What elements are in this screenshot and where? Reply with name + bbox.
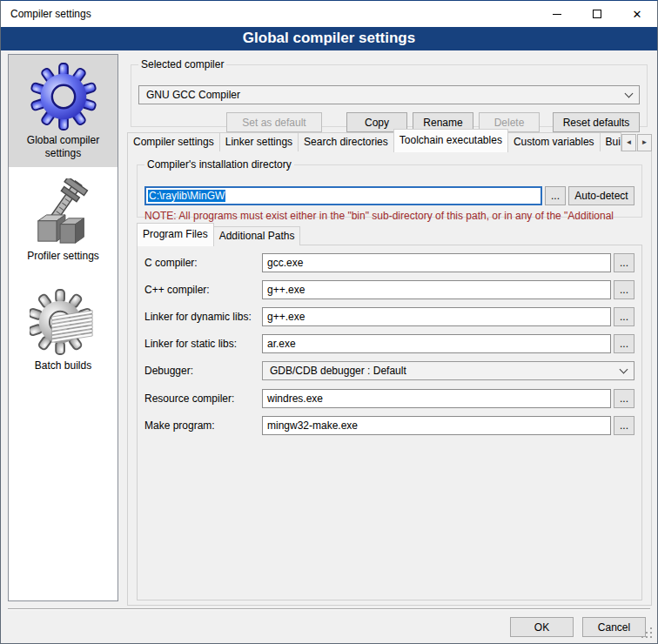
tab-custom-variables[interactable]: Custom variables <box>507 132 601 151</box>
sidebar-item-profiler-settings[interactable]: Profiler settings <box>9 171 118 270</box>
installation-directory-browse-button[interactable]: ... <box>545 186 566 205</box>
ok-button[interactable]: OK <box>510 617 574 637</box>
tab-search-directories[interactable]: Search directories <box>298 132 394 151</box>
c-compiler-label: C compiler: <box>144 257 262 269</box>
field-row: C compiler: gcc.exe ... <box>144 253 634 272</box>
resource-compiler-browse-button[interactable]: ... <box>614 389 634 408</box>
debugger-select[interactable]: GDB/CDB debugger : Default <box>262 361 634 380</box>
program-files-panel: C compiler: gcc.exe ... C++ compiler: g+… <box>137 245 642 600</box>
window-title: Compiler settings <box>1 8 91 20</box>
field-row: Debugger: GDB/CDB debugger : Default <box>144 361 634 380</box>
linker-static-browse-button[interactable]: ... <box>614 334 634 353</box>
window-controls: ✕ <box>537 1 657 27</box>
chevron-down-icon <box>625 89 634 97</box>
linker-static-input[interactable]: ar.exe <box>262 334 611 353</box>
maximize-button[interactable] <box>577 1 617 27</box>
close-icon: ✕ <box>633 9 642 20</box>
debugger-value: GDB/CDB debugger : Default <box>270 365 621 377</box>
sidebar-item-batch-builds[interactable]: Batch builds <box>9 280 118 379</box>
c-compiler-input[interactable]: gcc.exe <box>262 253 611 272</box>
resize-grip[interactable] <box>650 636 652 638</box>
make-program-value: mingw32-make.exe <box>267 419 358 432</box>
linker-dynamic-browse-button[interactable]: ... <box>614 307 634 326</box>
installation-directory-group: Compiler's installation directory C:\ray… <box>137 158 642 218</box>
linker-dynamic-value: g++.exe <box>267 311 305 323</box>
compiler-select-value: GNU GCC Compiler <box>146 89 626 101</box>
selected-compiler-group: Selected compiler GNU GCC Compiler Set a… <box>131 58 648 127</box>
make-program-browse-button[interactable]: ... <box>614 416 634 435</box>
tab-scroll-left-button[interactable]: ◄ <box>621 134 636 151</box>
resource-compiler-value: windres.exe <box>267 392 323 405</box>
tab-compiler-settings[interactable]: Compiler settings <box>127 132 220 151</box>
toolchain-executables-panel: Compiler's installation directory C:\ray… <box>127 151 652 606</box>
c-compiler-value: gcc.exe <box>267 257 303 269</box>
cpp-compiler-browse-button[interactable]: ... <box>614 280 634 299</box>
sidebar-item-global-compiler-settings[interactable]: Global compiler settings <box>9 55 118 167</box>
installation-directory-legend: Compiler's installation directory <box>144 158 294 171</box>
resource-compiler-label: Resource compiler: <box>144 392 262 405</box>
maximize-icon <box>593 10 601 18</box>
field-row: Resource compiler: windres.exe ... <box>144 389 634 408</box>
program-files-tabstrip: Program Files Additional Paths <box>137 222 299 245</box>
cpp-compiler-value: g++.exe <box>267 284 305 296</box>
sidebar-item-label: Batch builds <box>10 359 116 372</box>
field-row: C++ compiler: g++.exe ... <box>144 280 634 299</box>
installation-directory-input[interactable]: C:\raylib\MinGW <box>144 186 542 205</box>
tab-build-options[interactable]: Build options <box>600 132 621 151</box>
sidebar-item-label: Profiler settings <box>10 250 116 263</box>
tab-scroll-right-button[interactable]: ► <box>637 134 652 151</box>
tab-additional-paths[interactable]: Additional Paths <box>213 226 301 245</box>
installation-directory-value: C:\raylib\MinGW <box>148 190 225 202</box>
tab-toolchain-executables[interactable]: Toolchain executables <box>393 129 508 152</box>
tab-scroll-buttons: ◄ ► <box>621 134 652 151</box>
titlebar: Compiler settings ✕ <box>1 1 657 27</box>
minimize-button[interactable] <box>537 1 577 27</box>
caliper-icon <box>30 178 97 246</box>
linker-static-label: Linker for static libs: <box>144 338 262 350</box>
blue-gear-icon <box>30 63 97 131</box>
linker-dynamic-input[interactable]: g++.exe <box>262 307 611 326</box>
settings-sidebar: Global compiler settings <box>8 54 118 601</box>
field-row: Linker for dynamic libs: g++.exe ... <box>144 307 634 326</box>
sidebar-item-label: Global compiler settings <box>10 134 116 160</box>
installation-directory-row: C:\raylib\MinGW ... Auto-detect <box>144 186 634 205</box>
bin-subdirectory-note: NOTE: All programs must exist either in … <box>144 210 641 222</box>
cpp-compiler-input[interactable]: g++.exe <box>262 280 611 299</box>
page-title: Global compiler settings <box>1 27 657 50</box>
triangle-right-icon: ► <box>641 138 648 146</box>
cancel-button[interactable]: Cancel <box>582 617 646 637</box>
make-program-label: Make program: <box>144 419 262 432</box>
linker-static-value: ar.exe <box>267 338 296 350</box>
triangle-left-icon: ◄ <box>626 138 633 146</box>
resource-compiler-input[interactable]: windres.exe <box>262 389 611 408</box>
minimize-icon <box>553 14 561 15</box>
tab-linker-settings[interactable]: Linker settings <box>219 132 299 151</box>
c-compiler-browse-button[interactable]: ... <box>614 253 634 272</box>
tab-program-files[interactable]: Program Files <box>137 223 214 246</box>
main-tabstrip: Compiler settings Linker settings Search… <box>127 128 652 151</box>
compiler-settings-dialog: Compiler settings ✕ Global compiler sett… <box>0 0 658 644</box>
debugger-label: Debugger: <box>144 365 262 377</box>
cpp-compiler-label: C++ compiler: <box>144 284 262 296</box>
compiler-select[interactable]: GNU GCC Compiler <box>138 85 640 104</box>
field-row: Make program: mingw32-make.exe ... <box>144 416 634 435</box>
content-area: Selected compiler GNU GCC Compiler Set a… <box>127 53 652 607</box>
make-program-input[interactable]: mingw32-make.exe <box>262 416 611 435</box>
field-row: Linker for static libs: ar.exe ... <box>144 334 634 353</box>
close-button[interactable]: ✕ <box>617 1 657 27</box>
chevron-down-icon <box>620 365 628 373</box>
footer-divider <box>8 608 650 610</box>
linker-dynamic-label: Linker for dynamic libs: <box>144 311 262 323</box>
selected-compiler-legend: Selected compiler <box>138 58 226 70</box>
auto-detect-button[interactable]: Auto-detect <box>568 186 634 205</box>
gear-stack-icon <box>30 288 97 356</box>
